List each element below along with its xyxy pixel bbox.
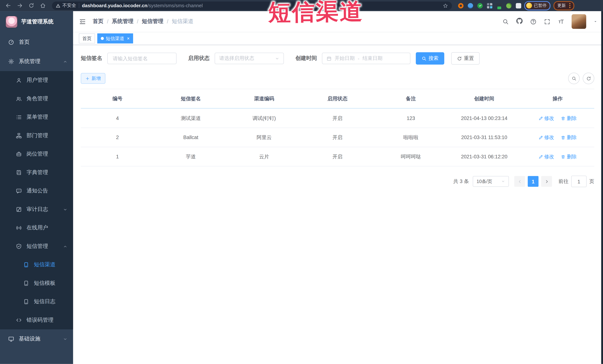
chevron-down-icon: [501, 179, 505, 183]
browser-extensions: [458, 3, 521, 8]
edit-link[interactable]: 修改: [538, 153, 554, 160]
bookmark-star-icon[interactable]: [443, 3, 448, 8]
cell-remark: 123: [374, 108, 447, 128]
col-code: 渠道编码: [228, 89, 301, 109]
breadcrumb-system[interactable]: 系统管理: [112, 18, 133, 25]
app-logo: 芋道管理系统: [0, 11, 73, 33]
fullscreen-icon[interactable]: [544, 18, 550, 25]
current-page[interactable]: 1: [528, 176, 538, 187]
help-icon[interactable]: [530, 18, 536, 25]
security-warning[interactable]: 不安全: [56, 2, 76, 9]
status-select[interactable]: 请选择启用状态: [215, 53, 284, 64]
page-scrollbar[interactable]: [601, 11, 603, 364]
toggle-search-button[interactable]: [568, 73, 580, 84]
add-button[interactable]: 新增: [81, 73, 105, 84]
avatar-caret-down-icon[interactable]: [593, 18, 597, 25]
page-unit-label: 页: [589, 178, 594, 185]
edit-link[interactable]: 修改: [538, 134, 554, 141]
sidebar-item-label: 短信日志: [34, 298, 55, 305]
extension-grid-icon[interactable]: [487, 3, 492, 8]
sidebar-item-menu-management[interactable]: 菜单管理: [0, 108, 73, 126]
sidebar-item-post-management[interactable]: 岗位管理: [0, 145, 73, 163]
extensions-puzzle-icon[interactable]: [516, 3, 521, 8]
shield-icon: [16, 243, 22, 249]
sidebar-item-infrastructure[interactable]: 基础设施: [0, 329, 73, 349]
browser-reload-icon[interactable]: [28, 3, 34, 9]
prev-page-button[interactable]: [514, 176, 525, 187]
extension-sprout-icon[interactable]: [506, 3, 511, 8]
next-page-button[interactable]: [541, 176, 552, 187]
browser-forward-icon[interactable]: [17, 3, 23, 9]
cell-actions: 修改 删除: [521, 108, 594, 128]
breadcrumb-home[interactable]: 首页: [93, 18, 103, 25]
delete-link[interactable]: 删除: [561, 153, 577, 160]
filter-form: 短信签名 启用状态 请选择启用状态 创建时间 开始日期 - 结束日期: [81, 52, 594, 65]
page-size-select[interactable]: 10条/页: [473, 176, 509, 187]
sidebar-item-label: 通知公告: [26, 188, 48, 194]
sidebar-item-role-management[interactable]: 角色管理: [0, 89, 73, 108]
announcement-icon: [16, 188, 22, 194]
sidebar-item-user-management[interactable]: 用户管理: [0, 71, 73, 89]
search-icon[interactable]: [502, 18, 509, 25]
sidebar-item-department-management[interactable]: 部门管理: [0, 126, 73, 145]
sidebar-item-notice[interactable]: 通知公告: [0, 182, 73, 200]
delete-link[interactable]: 删除: [561, 115, 577, 122]
sidebar-item-sms-management[interactable]: 短信管理: [0, 237, 73, 255]
sidebar-item-audit-log[interactable]: 审计日志: [0, 200, 73, 219]
extension-pin-icon[interactable]: [468, 3, 473, 8]
sign-input[interactable]: [112, 55, 172, 62]
font-size-icon[interactable]: [558, 18, 564, 25]
divider: [79, 3, 79, 8]
close-icon[interactable]: ×: [127, 36, 130, 41]
chevron-down-icon: [275, 56, 279, 61]
extension-ring-icon[interactable]: [458, 3, 464, 8]
user-avatar[interactable]: [572, 14, 586, 29]
cell-remark: 啦啦啦: [374, 128, 447, 147]
edit-link[interactable]: 修改: [538, 115, 554, 122]
github-icon[interactable]: [516, 17, 523, 26]
cell-sign: 测试渠道: [154, 108, 227, 128]
sidebar-item-sms-template[interactable]: 短信模板: [0, 274, 73, 292]
main-area: 首页 / 系统管理 / 短信管理 / 短信渠道 首页: [73, 11, 603, 364]
table-toolbar: 新增: [81, 73, 594, 84]
browser-back-icon[interactable]: [5, 3, 11, 9]
sidebar-item-error-code-management[interactable]: 错误码管理: [0, 311, 73, 329]
goto-label: 前往: [558, 178, 568, 185]
sidebar-item-online-users[interactable]: 在线用户: [0, 219, 73, 237]
tab-home[interactable]: 首页: [79, 33, 95, 43]
cell-created: 2021-03-31 06:12:20: [447, 147, 521, 166]
tab-sms-channel[interactable]: 短信渠道 ×: [97, 33, 133, 43]
sidebar-item-system-management[interactable]: 系统管理: [0, 52, 73, 71]
cell-actions: 修改 删除: [521, 147, 594, 166]
extension-on-badge-icon[interactable]: [497, 3, 502, 8]
cell-status: 开启: [301, 108, 374, 128]
date-range-picker[interactable]: 开始日期 - 结束日期: [322, 53, 411, 64]
delete-link[interactable]: 删除: [561, 134, 577, 141]
breadcrumb-separator: /: [107, 18, 108, 24]
extension-check-icon[interactable]: [477, 3, 483, 8]
browser-menu-kebab-icon[interactable]: [569, 3, 570, 8]
reset-button[interactable]: 重置: [451, 52, 480, 65]
audit-log-icon: [16, 206, 22, 212]
sidebar-item-home[interactable]: 首页: [0, 33, 73, 52]
chevron-right-icon: [545, 179, 549, 184]
range-separator: -: [358, 55, 359, 61]
hamburger-icon[interactable]: [79, 18, 86, 25]
sidebar-item-dict-management[interactable]: 字典管理: [0, 163, 73, 182]
header-actions: [502, 14, 597, 29]
sidebar-item-label: 错误码管理: [26, 317, 53, 324]
refresh-table-button[interactable]: [583, 73, 594, 84]
cell-created: 2021-03-31 11:53:10: [447, 128, 521, 147]
sidebar-item-sms-log[interactable]: 短信日志: [0, 292, 73, 311]
goto-page-input[interactable]: [571, 176, 587, 187]
profile-paused-chip[interactable]: 已暂停: [524, 1, 550, 10]
sidebar-item-label: 基础设施: [19, 335, 40, 342]
sidebar-item-sms-channel[interactable]: 短信渠道: [0, 255, 73, 274]
breadcrumb-sms[interactable]: 短信管理: [142, 18, 163, 25]
goto-page: 前往 页: [558, 176, 594, 187]
browser-update-button[interactable]: 更新: [554, 1, 574, 10]
browser-home-icon[interactable]: [40, 3, 46, 9]
search-button[interactable]: 搜索: [416, 52, 444, 65]
cell-sign: Ballcat: [154, 128, 227, 147]
address-bar[interactable]: 不安全 dashboard.yudao.iocoder.cn/system/sm…: [52, 1, 452, 10]
